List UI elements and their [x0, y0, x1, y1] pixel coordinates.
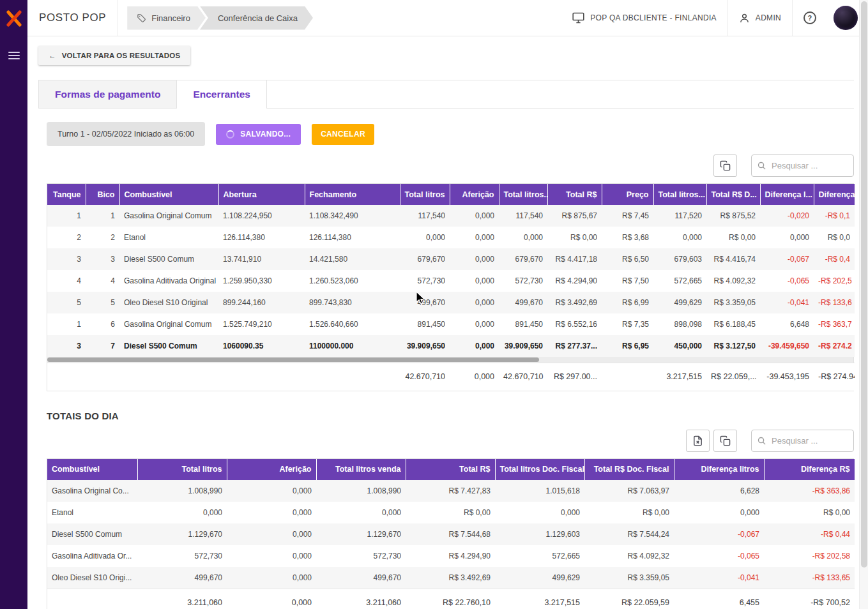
table-cell: 499,670 [316, 567, 406, 589]
table-cell: 1 [47, 205, 86, 227]
search-icon [757, 161, 766, 170]
table-cell: 499,670 [137, 567, 227, 589]
table-cell: 1.129,603 [495, 523, 584, 545]
table-row[interactable]: 37Diesel S500 Comum1060090.351100000.000… [47, 335, 855, 357]
column-header[interactable]: Bico [86, 184, 119, 205]
table-cell: 898,098 [653, 313, 706, 335]
saving-button[interactable]: SALVANDO... [216, 124, 301, 145]
encerrantes-toolbar [47, 154, 854, 177]
column-header[interactable]: Abertura [218, 184, 305, 205]
column-header[interactable]: Preço [602, 184, 653, 205]
table-cell: -R$ 0,44 [764, 523, 855, 545]
search-input-2[interactable] [751, 430, 854, 452]
table-cell: -R$ 202,58 [764, 545, 855, 567]
table-row[interactable]: 16Gasolina Original Comum1.525.749,2101.… [47, 313, 855, 335]
table-cell: R$ 6,50 [602, 248, 653, 270]
table-cell: R$ 0,00 [584, 502, 674, 523]
table-row[interactable]: 11Gasolina Original Comum1.108.224,9501.… [47, 205, 855, 227]
total-cell: 0,000 [227, 589, 316, 609]
table-cell: 1.526.640,660 [305, 313, 400, 335]
column-header[interactable]: Diferença litros [674, 459, 764, 480]
table-cell: Diesel S500 Comum [119, 248, 218, 270]
table-row[interactable]: Gasolina Original Co...1.008,9900,0001.0… [47, 480, 855, 502]
table-cell: R$ 875,67 [547, 205, 602, 227]
table-cell: R$ 4.294,90 [406, 545, 495, 567]
export-excel-button[interactable] [686, 430, 710, 452]
column-header[interactable]: Combustível [47, 459, 137, 480]
search-input[interactable] [751, 154, 854, 177]
user-menu[interactable]: ADMIN [728, 0, 792, 36]
column-header[interactable]: Total litros Doc. Fiscal [495, 459, 584, 480]
tab-formas-de-pagamento[interactable]: Formas de pagamento [38, 80, 177, 108]
tab-encerrantes[interactable]: Encerrantes [177, 80, 267, 108]
breadcrumb-conferencia-de-caixa[interactable]: Conferência de Caixa [200, 6, 313, 30]
vertical-scrollbar[interactable] [859, 0, 868, 609]
table-row[interactable]: 22Etanol126.114,380126.114,3800,0000,000… [47, 227, 855, 248]
environment-indicator[interactable]: POP QA DBCLIENTE - FINLANDIA [561, 0, 727, 36]
column-header[interactable]: Fechamento [305, 184, 400, 205]
column-header[interactable]: Total R$ D... [706, 184, 760, 205]
table-cell: R$ 4.092,32 [706, 270, 760, 292]
column-header[interactable]: Aferição [227, 459, 316, 480]
table-cell: 1.129,670 [137, 523, 227, 545]
help-button[interactable]: ? [793, 0, 827, 36]
table-row[interactable]: Oleo Diesel S10 Origi...499,6700,000499,… [47, 567, 855, 589]
table-cell: 2 [47, 227, 86, 248]
copy-table-button[interactable] [713, 154, 737, 177]
tab-bar: Formas de pagamento Encerrantes [38, 80, 854, 109]
table-cell: 1.015,618 [495, 480, 584, 502]
column-header[interactable]: Total litros... [499, 184, 547, 205]
shift-selector[interactable]: Turno 1 - 02/05/2022 Iniciado as 06:00 [47, 122, 205, 146]
copy-table-button-2[interactable] [713, 430, 737, 452]
day-totals-toolbar [47, 430, 854, 452]
total-cell: R$ 22.760,10 [406, 589, 495, 609]
table-cell: 1.108.224,950 [218, 205, 305, 227]
table-cell: 1100000.000 [305, 335, 400, 357]
main-content: ← VOLTAR PARA OS RESULTADOS Formas de pa… [27, 37, 868, 609]
table-cell: R$ 7.063,97 [584, 480, 674, 502]
table-cell: -R$ 363,86 [764, 480, 855, 502]
column-header[interactable]: Tanque [47, 184, 86, 205]
scrollbar-thumb[interactable] [861, 1, 867, 568]
table-cell: 1 [47, 313, 86, 335]
help-icon: ? [803, 11, 816, 24]
column-header[interactable]: Diferença ... [814, 184, 855, 205]
avatar[interactable] [834, 6, 858, 30]
column-header[interactable]: Combustível [119, 184, 218, 205]
column-header[interactable]: Aferição [450, 184, 499, 205]
table-cell: R$ 3.127,50 [706, 335, 760, 357]
table-row[interactable]: 44Gasolina Aditivada Original1.259.950,3… [47, 270, 855, 292]
app-logo[interactable] [0, 0, 27, 36]
column-header[interactable]: Diferença R$ [764, 459, 855, 480]
column-header[interactable]: Total litros [137, 459, 227, 480]
column-header[interactable]: Total litros [400, 184, 450, 205]
table-cell: Gasolina Original Comum [119, 205, 218, 227]
table-cell: R$ 0,0 [814, 227, 855, 248]
column-header[interactable]: Diferença l... [760, 184, 814, 205]
table-cell: 1.008,990 [316, 480, 406, 502]
back-to-results-button[interactable]: ← VOLTAR PARA OS RESULTADOS [38, 46, 190, 65]
sidebar-menu-icon[interactable] [8, 52, 20, 59]
table-cell: R$ 0,00 [764, 502, 855, 523]
table-row[interactable]: 33Diesel S500 Comum13.741,91014.421,5806… [47, 248, 855, 270]
column-header[interactable]: Total litros... [653, 184, 706, 205]
horizontal-scrollbar[interactable] [47, 357, 853, 363]
saving-button-label: SALVANDO... [240, 130, 291, 139]
cancel-button[interactable]: CANCELAR [312, 124, 374, 145]
table-row[interactable]: Etanol0,0000,0000,000R$ 0,000,000R$ 0,00… [47, 502, 855, 523]
table-cell: 0,000 [227, 523, 316, 545]
breadcrumb-financeiro[interactable]: Financeiro [127, 6, 206, 30]
table-cell: -0,067 [760, 248, 814, 270]
table-cell: 0,000 [450, 292, 499, 313]
table-row[interactable]: Gasolina Aditivada Or...572,7300,000572,… [47, 545, 855, 567]
table-cell: 899.244,160 [218, 292, 305, 313]
column-header[interactable]: Total R$ Doc. Fiscal [584, 459, 674, 480]
column-header[interactable]: Total R$ [547, 184, 602, 205]
table-cell: 1.259.950,330 [218, 270, 305, 292]
column-header[interactable]: Total R$ [406, 459, 495, 480]
table-cell: 0,000 [227, 502, 316, 523]
column-header[interactable]: Total litros venda [316, 459, 406, 480]
table-row[interactable]: 55Oleo Diesel S10 Original899.244,160899… [47, 292, 855, 313]
table-row[interactable]: Diesel S500 Comum1.129,6700,0001.129,670… [47, 523, 855, 545]
scrollbar-thumb[interactable] [47, 357, 539, 362]
